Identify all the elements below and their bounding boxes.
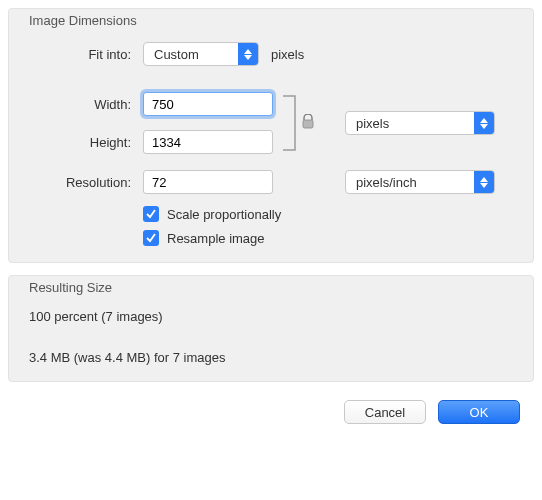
fit-into-row: Fit into: Custom pixels [25,42,517,66]
resample-image-row: Resample image [143,230,517,246]
height-input[interactable] [143,130,273,154]
width-height-group: Width: Height: pixels [25,92,517,154]
result-percent: 100 percent (7 images) [29,309,517,324]
size-unit-select[interactable]: pixels [345,111,495,135]
resample-image-label: Resample image [167,231,265,246]
size-unit-value: pixels [346,116,474,131]
size-unit-col: pixels [345,111,495,135]
resolution-unit-select[interactable]: pixels/inch [345,170,495,194]
height-row: Height: [25,130,273,154]
cancel-button[interactable]: Cancel [344,400,426,424]
width-label: Width: [25,97,143,112]
check-icon [146,209,156,219]
resolution-unit-value: pixels/inch [346,175,474,190]
image-dimensions-title: Image Dimensions [25,13,517,28]
width-input[interactable] [143,92,273,116]
resulting-size-title: Resulting Size [25,280,517,295]
width-row: Width: [25,92,273,116]
resolution-input[interactable] [143,170,273,194]
updown-icon [474,112,494,134]
ok-button[interactable]: OK [438,400,520,424]
dialog-buttons: Cancel OK [8,394,534,424]
scale-proportionally-checkbox[interactable] [143,206,159,222]
resolution-label: Resolution: [25,175,143,190]
updown-icon [474,171,494,193]
updown-icon [238,43,258,65]
resolution-row: Resolution: pixels/inch [25,170,517,194]
image-dimensions-group: Image Dimensions Fit into: Custom pixels… [8,8,534,263]
result-size: 3.4 MB (was 4.4 MB) for 7 images [29,350,517,365]
fit-into-unit: pixels [271,47,304,62]
fit-into-select[interactable]: Custom [143,42,259,66]
scale-proportionally-label: Scale proportionally [167,207,281,222]
check-icon [146,233,156,243]
scale-proportionally-row: Scale proportionally [143,206,517,222]
wh-fields: Width: Height: [25,92,273,154]
resulting-size-group: Resulting Size 100 percent (7 images) 3.… [8,275,534,382]
fit-into-value: Custom [144,47,238,62]
svg-rect-0 [303,120,313,128]
height-label: Height: [25,135,143,150]
fit-into-label: Fit into: [25,47,143,62]
resample-image-checkbox[interactable] [143,230,159,246]
aspect-lock[interactable] [281,92,331,154]
